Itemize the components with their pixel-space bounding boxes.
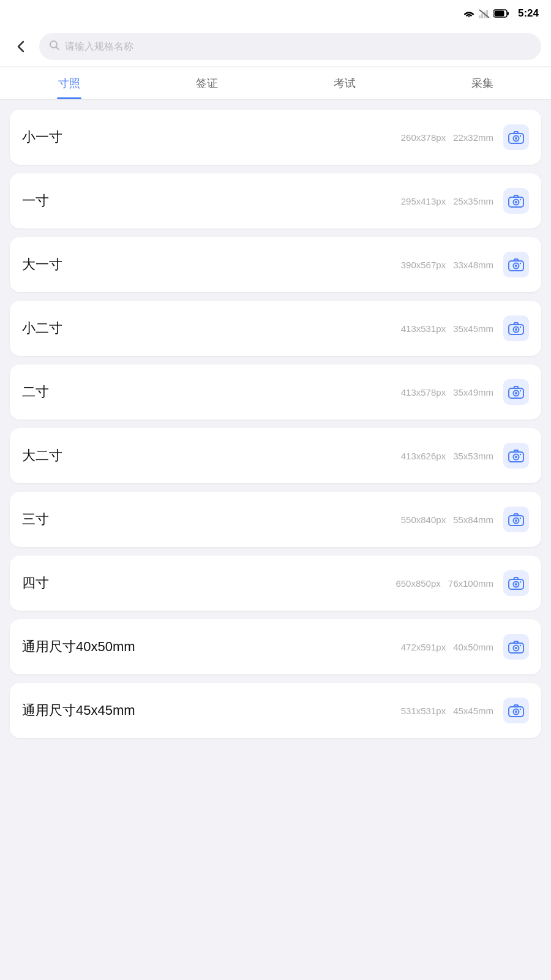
item-mm: 40x50mm — [453, 642, 493, 652]
tab-kaoshi[interactable]: 考试 — [276, 67, 413, 99]
svg-line-9 — [56, 47, 59, 50]
list-item[interactable]: 大一寸 390x567px 33x48mm — [10, 237, 541, 292]
photo-list: 小一寸 260x378px 22x32mm 一寸 — [0, 100, 551, 980]
camera-icon — [508, 194, 524, 208]
svg-point-44 — [515, 647, 517, 649]
camera-button[interactable] — [503, 443, 529, 469]
item-px: 550x840px — [401, 514, 446, 525]
camera-icon — [508, 322, 524, 335]
svg-point-49 — [520, 709, 521, 710]
tab-qianzheng[interactable]: 签证 — [138, 67, 276, 99]
svg-point-21 — [520, 263, 521, 264]
list-item[interactable]: 三寸 550x840px 55x84mm — [10, 492, 541, 547]
item-mm: 35x49mm — [453, 387, 493, 398]
list-item[interactable]: 通用尺寸40x50mm 472x591px 40x50mm — [10, 619, 541, 674]
battery-icon — [493, 9, 509, 18]
item-name: 通用尺寸45x45mm — [22, 701, 135, 720]
item-right: 550x840px 55x84mm — [401, 507, 529, 532]
item-right: 650x850px 76x100mm — [395, 570, 529, 596]
camera-button[interactable] — [503, 315, 529, 341]
search-placeholder: 请输入规格名称 — [65, 40, 133, 53]
camera-button[interactable] — [503, 570, 529, 596]
list-item[interactable]: 小一寸 260x378px 22x32mm — [10, 110, 541, 165]
camera-icon — [508, 513, 524, 526]
item-name: 三寸 — [22, 510, 49, 529]
item-mm: 22x32mm — [453, 132, 493, 143]
status-bar: 5:24 — [0, 0, 551, 27]
svg-rect-6 — [507, 12, 509, 15]
list-item[interactable]: 通用尺寸45x45mm 531x531px 45x45mm — [10, 683, 541, 738]
svg-point-13 — [520, 135, 521, 137]
search-icon — [49, 40, 60, 53]
item-px: 413x531px — [401, 323, 446, 334]
camera-button[interactable] — [503, 252, 529, 277]
item-px: 650x850px — [395, 578, 440, 589]
item-specs: 413x626px 35x53mm — [401, 451, 493, 461]
item-right: 531x531px 45x45mm — [401, 698, 529, 723]
item-right: 413x626px 35x53mm — [401, 443, 529, 469]
item-right: 413x531px 35x45mm — [401, 315, 529, 341]
item-px: 295x413px — [401, 196, 446, 206]
list-item[interactable]: 大二寸 413x626px 35x53mm — [10, 428, 541, 483]
back-button[interactable] — [10, 36, 32, 58]
item-name: 四寸 — [22, 574, 49, 592]
list-item[interactable]: 二寸 413x578px 35x49mm — [10, 364, 541, 420]
svg-rect-0 — [479, 15, 481, 18]
search-bar[interactable]: 请输入规格名称 — [39, 33, 541, 60]
list-item[interactable]: 一寸 295x413px 25x35mm — [10, 173, 541, 228]
camera-button[interactable] — [503, 634, 529, 660]
item-specs: 650x850px 76x100mm — [395, 578, 493, 589]
top-nav: 请输入规格名称 — [0, 27, 551, 66]
tabs: 寸照 签证 考试 采集 — [0, 67, 551, 100]
camera-button[interactable] — [503, 507, 529, 532]
signal-icon — [479, 9, 490, 18]
item-mm: 35x53mm — [453, 451, 493, 461]
svg-point-29 — [520, 390, 521, 391]
svg-point-28 — [515, 392, 517, 394]
svg-point-24 — [515, 328, 517, 331]
item-mm: 33x48mm — [453, 260, 493, 270]
item-px: 413x626px — [401, 451, 446, 461]
item-specs: 472x591px 40x50mm — [401, 642, 493, 652]
status-time: 5:24 — [518, 7, 539, 20]
camera-icon — [508, 130, 524, 144]
item-specs: 295x413px 25x35mm — [401, 196, 493, 206]
svg-point-48 — [515, 710, 517, 713]
item-mm: 76x100mm — [448, 578, 493, 589]
item-mm: 45x45mm — [453, 706, 493, 716]
item-right: 260x378px 22x32mm — [401, 124, 529, 150]
item-name: 通用尺寸40x50mm — [22, 638, 135, 656]
item-name: 一寸 — [22, 192, 49, 210]
svg-point-16 — [515, 201, 517, 203]
item-specs: 413x531px 35x45mm — [401, 323, 493, 334]
wifi-icon — [463, 9, 475, 18]
svg-point-32 — [515, 456, 517, 458]
list-item[interactable]: 四寸 650x850px 76x100mm — [10, 556, 541, 611]
tab-caiji[interactable]: 采集 — [413, 67, 551, 99]
item-name: 大二寸 — [22, 447, 62, 465]
item-mm: 25x35mm — [453, 196, 493, 206]
item-specs: 390x567px 33x48mm — [401, 260, 493, 270]
svg-rect-1 — [481, 13, 483, 18]
tab-cunzhao[interactable]: 寸照 — [0, 67, 138, 99]
camera-button[interactable] — [503, 379, 529, 405]
svg-point-36 — [515, 519, 517, 522]
item-name: 二寸 — [22, 383, 49, 401]
item-px: 390x567px — [401, 260, 446, 270]
item-mm: 35x45mm — [453, 323, 493, 334]
list-item[interactable]: 小二寸 413x531px 35x45mm — [10, 301, 541, 356]
camera-button[interactable] — [503, 188, 529, 214]
item-specs: 531x531px 45x45mm — [401, 706, 493, 716]
camera-icon — [508, 385, 524, 399]
camera-icon — [508, 449, 524, 462]
item-name: 小二寸 — [22, 319, 62, 337]
item-px: 531x531px — [401, 706, 446, 716]
camera-button[interactable] — [503, 124, 529, 150]
camera-button[interactable] — [503, 698, 529, 723]
item-px: 472x591px — [401, 642, 446, 652]
item-specs: 550x840px 55x84mm — [401, 514, 493, 525]
camera-icon — [508, 258, 524, 271]
item-specs: 413x578px 35x49mm — [401, 387, 493, 398]
status-icons: 5:24 — [463, 7, 539, 20]
svg-point-20 — [515, 265, 517, 267]
